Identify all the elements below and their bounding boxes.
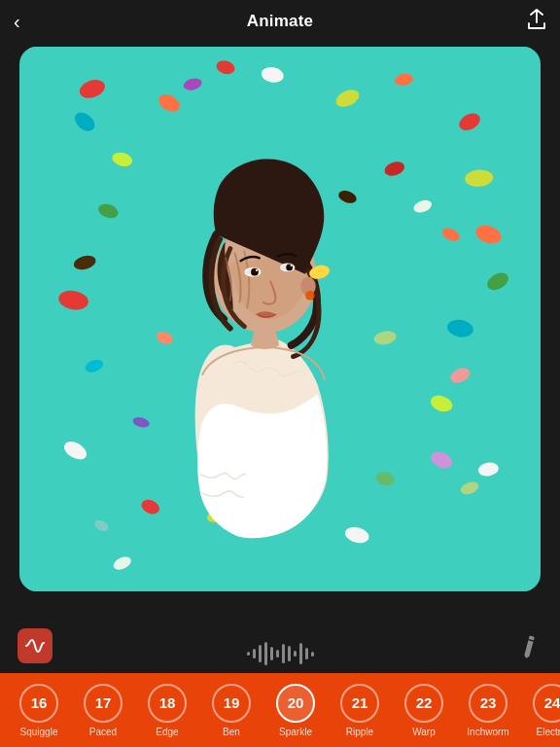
filter-circle: 21 [340, 684, 379, 723]
page-title: Animate [247, 12, 313, 31]
filter-label: Ben [223, 727, 240, 737]
svg-point-35 [305, 291, 315, 301]
waveform-bar [294, 651, 297, 657]
filter-item-18[interactable]: 18Edge [136, 677, 198, 743]
filter-circle: 17 [84, 684, 122, 723]
filter-item-21[interactable]: 21Ripple [329, 677, 391, 743]
waveform-bar [305, 648, 308, 659]
filter-number: 18 [159, 694, 176, 711]
filter-label: Edge [156, 727, 178, 737]
filter-label: Paced [89, 727, 117, 737]
filter-number: 22 [416, 694, 433, 711]
waveform-bar [270, 647, 273, 660]
waveform-bar [247, 652, 250, 656]
filter-label: Sparkle [279, 727, 312, 737]
filter-circle: 18 [148, 684, 187, 723]
filter-circle: 19 [212, 684, 251, 723]
waveform-icon [247, 640, 314, 667]
filter-item-23[interactable]: 23Inchworm [457, 677, 519, 743]
waveform-bar [253, 649, 256, 658]
filter-number: 17 [95, 694, 112, 711]
waveform-bar [299, 643, 302, 664]
filter-item-19[interactable]: 19Ben [200, 677, 262, 743]
filter-list: 16Squiggle17Paced18Edge19Ben20Sparkle21R… [0, 677, 560, 743]
waveform-bar [276, 650, 279, 658]
svg-point-40 [256, 269, 258, 271]
filter-strip: 16Squiggle17Paced18Edge19Ben20Sparkle21R… [0, 673, 560, 747]
filter-label: Squiggle [20, 727, 58, 737]
back-button[interactable]: ‹ [14, 12, 20, 31]
waveform-bar [259, 645, 262, 662]
waveform-bar [311, 652, 314, 657]
filter-number: 23 [480, 694, 497, 711]
filter-label: Electric [537, 727, 560, 737]
filter-number: 20 [288, 694, 304, 711]
filter-number: 21 [352, 694, 368, 711]
waveform-bar [264, 642, 267, 665]
waveform-display [0, 634, 560, 673]
filter-number: 16 [31, 694, 48, 711]
waveform-bar [282, 644, 285, 663]
share-button[interactable] [527, 9, 546, 35]
filter-item-20[interactable]: 20Sparkle [264, 677, 327, 743]
filter-label: Ripple [346, 727, 373, 737]
filter-item-22[interactable]: 22Warp [393, 677, 455, 743]
filter-circle: 16 [19, 684, 58, 723]
filter-circle: 23 [469, 684, 508, 723]
header: ‹ Animate [0, 0, 560, 43]
filter-label: Inchworm [467, 727, 508, 737]
filter-number: 24 [544, 694, 560, 711]
svg-point-41 [291, 265, 293, 267]
filter-item-24[interactable]: 24Electric [521, 677, 560, 743]
waveform-bar [288, 646, 291, 661]
filter-label: Warp [412, 727, 436, 737]
filter-item-17[interactable]: 17Paced [72, 677, 134, 743]
filter-circle: 22 [404, 684, 443, 723]
filter-circle: 24 [533, 684, 560, 723]
filter-item-16[interactable]: 16Squiggle [8, 677, 70, 743]
filter-number: 19 [224, 694, 240, 711]
filter-circle: 20 [276, 684, 315, 723]
image-display [19, 47, 541, 591]
